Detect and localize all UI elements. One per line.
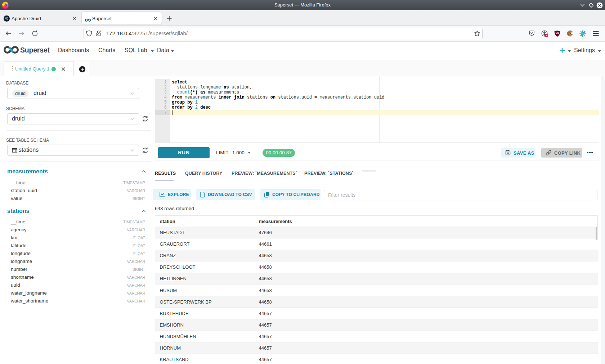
svg-text:UO: UO — [556, 32, 559, 34]
